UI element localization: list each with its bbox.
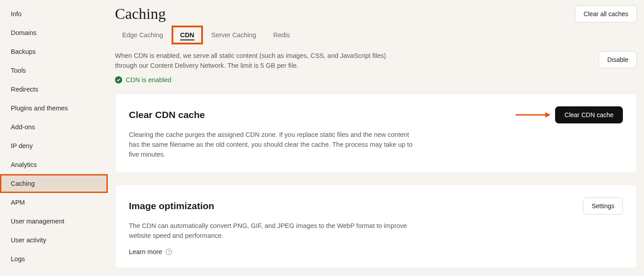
question-circle-icon: ?	[166, 249, 172, 255]
card-header: Clear CDN cache Clear CDN cache	[129, 106, 623, 123]
sidebar-item-info[interactable]: Info	[0, 4, 108, 23]
sidebar-item-domains[interactable]: Domains	[0, 23, 108, 42]
sidebar: Info Domains Backups Tools Redirects Plu…	[0, 0, 108, 276]
cdn-status-text: CDN is enabled	[126, 76, 172, 83]
check-circle-icon	[115, 76, 122, 83]
clear-all-caches-button[interactable]: Clear all caches	[575, 5, 637, 22]
sidebar-item-label: Redirects	[11, 86, 38, 93]
cdn-status: CDN is enabled	[115, 76, 637, 83]
page-header: Caching Clear all caches	[115, 5, 637, 22]
tab-cdn[interactable]: CDN	[173, 27, 201, 43]
sidebar-item-label: Analytics	[11, 161, 37, 168]
sidebar-item-caching[interactable]: Caching	[0, 174, 108, 193]
card-title: Clear CDN cache	[129, 110, 205, 120]
sidebar-item-apm[interactable]: APM	[0, 193, 108, 212]
card-header: Image optimization Settings	[129, 197, 623, 215]
image-optimization-card: Image optimization Settings The CDN can …	[115, 184, 637, 268]
annotation-arrow-icon	[515, 111, 551, 118]
clear-cdn-cache-button[interactable]: Clear CDN cache	[555, 106, 623, 123]
card-description: Clearing the cache purges the assigned C…	[129, 130, 416, 160]
tab-edge-caching[interactable]: Edge Caching	[115, 27, 170, 43]
sidebar-item-label: APM	[11, 199, 25, 206]
sidebar-item-label: Plugins and themes	[11, 105, 68, 112]
sidebar-item-user-activity[interactable]: User activity	[0, 231, 108, 250]
sidebar-item-addons[interactable]: Add-ons	[0, 118, 108, 136]
clear-cdn-cache-card: Clear CDN cache Clear CDN cache Clearing…	[115, 93, 637, 173]
main-content: Caching Clear all caches Edge Caching CD…	[108, 0, 644, 276]
svg-marker-1	[545, 112, 551, 118]
sidebar-item-backups[interactable]: Backups	[0, 42, 108, 61]
sidebar-item-user-management[interactable]: User management	[0, 212, 108, 231]
sidebar-item-plugins[interactable]: Plugins and themes	[0, 99, 108, 118]
tab-bar: Edge Caching CDN Server Caching Redis	[115, 27, 637, 43]
page-title: Caching	[115, 5, 166, 22]
tab-redis[interactable]: Redis	[266, 27, 297, 43]
sidebar-item-label: Add-ons	[11, 123, 35, 131]
tab-label: Edge Caching	[122, 31, 163, 39]
card-description: The CDN can automatically convert PNG, G…	[129, 221, 416, 241]
sidebar-item-label: Info	[11, 10, 22, 18]
sidebar-item-analytics[interactable]: Analytics	[0, 155, 108, 174]
sidebar-item-redirects[interactable]: Redirects	[0, 80, 108, 99]
sidebar-item-label: User activity	[11, 237, 46, 244]
sidebar-item-label: Caching	[11, 180, 35, 187]
sidebar-item-label: IP deny	[11, 142, 33, 149]
tab-label: Redis	[273, 31, 290, 39]
card-actions: Clear CDN cache	[515, 106, 623, 123]
learn-more-label: Learn more	[129, 248, 162, 255]
tab-label: Server Caching	[212, 31, 256, 39]
learn-more-link[interactable]: Learn more ?	[129, 248, 623, 255]
cdn-description: When CDN is enabled, we serve all static…	[115, 51, 402, 71]
sidebar-item-label: Logs	[11, 255, 25, 263]
card-title: Image optimization	[129, 201, 214, 211]
disable-cdn-button[interactable]: Disable	[599, 51, 637, 68]
sidebar-item-ipdeny[interactable]: IP deny	[0, 136, 108, 155]
sidebar-item-label: User management	[11, 218, 64, 225]
sidebar-item-label: Backups	[11, 48, 36, 55]
sidebar-item-label: Domains	[11, 29, 36, 36]
cdn-description-row: When CDN is enabled, we serve all static…	[115, 51, 637, 71]
image-opt-settings-button[interactable]: Settings	[583, 197, 623, 215]
sidebar-item-logs[interactable]: Logs	[0, 250, 108, 268]
sidebar-item-label: Tools	[11, 67, 26, 74]
tab-server-caching[interactable]: Server Caching	[204, 27, 264, 43]
sidebar-item-tools[interactable]: Tools	[0, 61, 108, 80]
tab-label: CDN	[180, 31, 194, 39]
